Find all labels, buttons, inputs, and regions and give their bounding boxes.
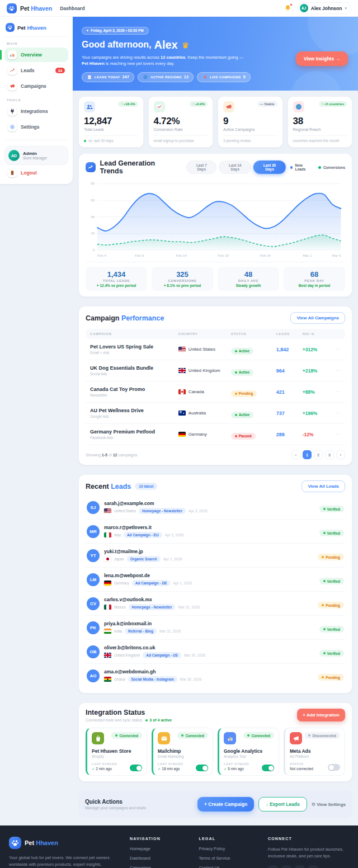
view-insights-button[interactable]: View Insights → bbox=[296, 51, 348, 66]
user-menu[interactable]: AJ Alex Johnson ▾ bbox=[298, 2, 351, 14]
integration-name: Mailchimp bbox=[158, 748, 208, 754]
country-name: United Kingdom bbox=[189, 368, 220, 373]
sidebar-item-integrations[interactable]: Integrations bbox=[4, 104, 68, 119]
dot bbox=[181, 734, 183, 737]
lead-row[interactable]: CVcarlos.v@outlook.mxMexicoHomepage - Ne… bbox=[86, 592, 345, 616]
lead-country: Italy bbox=[114, 533, 121, 537]
table-row[interactable]: Pet Lovers US Spring SaleEmail + AdsUnit… bbox=[86, 339, 345, 360]
row-menu-button[interactable]: ··· bbox=[329, 432, 341, 437]
integration-toggle[interactable] bbox=[196, 765, 208, 771]
lead-meta: IndiaReferral - BlogMar 31, 2026 bbox=[104, 628, 181, 634]
range-tab[interactable]: Last 7 Days bbox=[186, 161, 216, 174]
lead-status: Verified bbox=[319, 526, 344, 536]
megaphone-icon bbox=[8, 82, 17, 91]
sidebar-item-campaigns[interactable]: Campaigns bbox=[4, 79, 68, 93]
row-menu-button[interactable]: ··· bbox=[329, 347, 341, 352]
summary-label: CONVERSIONS bbox=[154, 279, 211, 282]
lead-row[interactable]: MRmarco.r@petlovers.itItalyAd Campaign -… bbox=[86, 520, 345, 544]
row-menu-button[interactable]: ··· bbox=[329, 389, 341, 394]
lead-row[interactable]: PKpriya.k@inboxmail.inIndiaReferral - Bl… bbox=[86, 616, 345, 640]
sidebar-item-label: Leads bbox=[21, 68, 35, 73]
prev-page-button[interactable]: ‹ bbox=[291, 450, 300, 459]
lead-row[interactable]: OBoliver.b@britons.co.ukUnited KingdomAd… bbox=[86, 640, 345, 664]
table-row[interactable]: AU Pet Wellness DriveGoogle AdsAustralia… bbox=[86, 403, 345, 424]
row-menu-button[interactable]: ··· bbox=[329, 368, 341, 373]
lead-country: United States bbox=[114, 509, 136, 513]
lead-row[interactable]: AOama.o@webdomain.ghGhanaSocial Media - … bbox=[86, 664, 345, 687]
status-label: Active bbox=[239, 413, 250, 417]
divider bbox=[4, 140, 68, 140]
lead-status: Verified bbox=[319, 622, 344, 633]
campaign-name: Pet Lovers US Spring Sale bbox=[90, 344, 178, 350]
lead-status: Verified bbox=[319, 647, 344, 657]
lead-info: carlos.v@outlook.mxMexicoHomepage - News… bbox=[104, 597, 200, 610]
chip-label: LIVE CAMPAIGNS bbox=[210, 76, 241, 79]
export-leads-button[interactable]: ↓ Export Leads bbox=[258, 797, 307, 812]
view-all-campaigns-button[interactable]: View All Campaigns bbox=[290, 312, 345, 324]
social-linkedin-icon[interactable]: in bbox=[308, 865, 318, 868]
row-menu-button[interactable]: ··· bbox=[329, 411, 341, 416]
paw-logo-icon bbox=[7, 3, 17, 13]
lead-row[interactable]: YTyuki.t@mailme.jpJapanOrganic SearchApr… bbox=[86, 544, 345, 568]
status-label: Active bbox=[239, 349, 250, 353]
summary-label: DAILY AVG bbox=[220, 279, 277, 282]
view-all-leads-button[interactable]: View All Leads bbox=[302, 480, 345, 492]
logout-button[interactable]: Logout bbox=[4, 165, 68, 177]
footer-link-privacy-policy[interactable]: Privacy Policy bbox=[199, 846, 258, 851]
page-button-2[interactable]: 2 bbox=[314, 450, 323, 459]
range-tab[interactable]: Last 14 Days bbox=[219, 161, 251, 174]
create-campaign-button[interactable]: + Create Campaign bbox=[197, 797, 254, 812]
sidebar-brand[interactable]: Pet Hhaven bbox=[4, 22, 68, 37]
table-row[interactable]: Canada Cat Toy PromoNewsletterCanadaPend… bbox=[86, 381, 345, 403]
integration-toggle[interactable] bbox=[262, 765, 274, 771]
table-row[interactable]: UK Dog Essentials BundleSocial AdsUnited… bbox=[86, 360, 345, 381]
footer-link-dashboard[interactable]: Dashboard bbox=[130, 856, 190, 861]
bell-icon[interactable] bbox=[284, 4, 292, 12]
sidebar-item-label: Settings bbox=[21, 124, 40, 130]
integration-toggle[interactable] bbox=[130, 765, 142, 771]
hero-chip: LIVE CAMPAIGNS5 bbox=[197, 72, 251, 82]
status-badge: Connected bbox=[177, 732, 208, 739]
lead-status: Verified bbox=[319, 502, 344, 512]
admin-profile-card[interactable]: AD Admin Store Manager bbox=[4, 146, 68, 165]
social-facebook-icon[interactable]: f bbox=[295, 865, 305, 868]
integration-toggle[interactable] bbox=[328, 764, 340, 771]
lead-row[interactable]: LMlena.m@webpost.deGermanyAd Campaign - … bbox=[86, 568, 345, 592]
social-instagram-icon[interactable] bbox=[268, 865, 278, 868]
footnote-text: vs. last 30 days bbox=[88, 139, 114, 143]
footer-brand-col: Pet Hhaven Your global hub for pet lover… bbox=[9, 837, 121, 868]
lead-source-tag: Homepage - Newsletter bbox=[139, 508, 186, 514]
change-badge: ↑ +18.4% bbox=[118, 101, 138, 107]
view-settings-button[interactable]: ⚙ View Settings bbox=[312, 802, 346, 807]
footer-link-campaigns[interactable]: Campaigns bbox=[130, 865, 190, 868]
social-x-icon[interactable]: X bbox=[281, 865, 291, 868]
summary-label: TOTAL LEADS bbox=[88, 279, 145, 282]
page-button-1[interactable]: 1 bbox=[303, 450, 312, 459]
footer-link-contact-us[interactable]: Contact Us bbox=[199, 865, 258, 868]
page-button-3[interactable]: 3 bbox=[325, 450, 334, 459]
footer-link-terms-of-service[interactable]: Terms of Service bbox=[199, 856, 258, 861]
footer-link-homepage[interactable]: Homepage bbox=[130, 846, 190, 851]
lead-row[interactable]: SJsarah.j@example.comUnited StatesHomepa… bbox=[86, 496, 345, 520]
brand-text: Pet Hhaven bbox=[17, 25, 46, 31]
sync-value: ✓ 2 min ago bbox=[92, 767, 117, 771]
sidebar-section-heading: MAIN bbox=[7, 42, 66, 45]
campaign-performance-card: Campaign Performance View All Campaigns … bbox=[78, 306, 352, 465]
sidebar-item-label: Overview bbox=[21, 52, 42, 58]
add-integration-button[interactable]: + Add Integration bbox=[297, 709, 345, 721]
table-row[interactable]: Germany Premium PetfoodFacebook AdsGerma… bbox=[86, 424, 345, 445]
range-tab[interactable]: Last 30 Days bbox=[253, 161, 286, 174]
sidebar-item-overview[interactable]: Overview bbox=[4, 48, 68, 62]
nav-link-dashboard[interactable]: Dashboard bbox=[60, 6, 84, 11]
lead-date: Mar 30, 2026 bbox=[184, 653, 205, 657]
date-pill: Friday, April 3, 2026 • 03:53 PM bbox=[82, 27, 149, 35]
status-badge: Active bbox=[231, 412, 254, 418]
nav-left: Pet Hhaven Dashboard bbox=[7, 3, 85, 13]
brand[interactable]: Pet Hhaven bbox=[7, 3, 52, 13]
sidebar-item-leads[interactable]: Leads24 bbox=[4, 63, 68, 78]
next-page-button[interactable]: › bbox=[336, 450, 345, 459]
svg-text:Feb 9: Feb 9 bbox=[135, 253, 144, 257]
hero-chips: LEADS TODAY247ACTIVE REGIONS12LIVE CAMPA… bbox=[82, 72, 349, 82]
sidebar-item-settings[interactable]: Settings bbox=[4, 120, 68, 134]
status-badge: Verified bbox=[319, 626, 344, 633]
